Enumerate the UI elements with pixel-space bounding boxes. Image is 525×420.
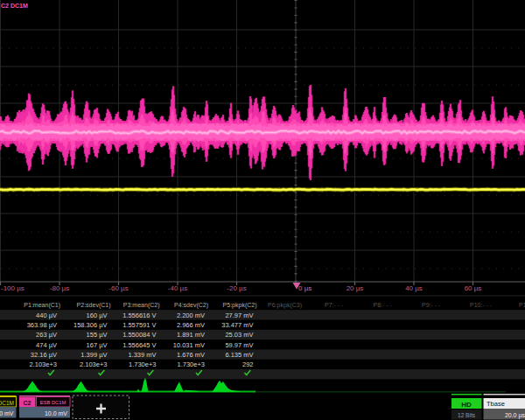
svg-text:1.550084 V: 1.550084 V: [122, 331, 156, 339]
svg-text:2.966 mV: 2.966 mV: [177, 321, 205, 329]
svg-text:40 µs: 40 µs: [405, 284, 423, 292]
svg-text:20 µs: 20 µs: [346, 284, 364, 292]
svg-text:1.676 mV: 1.676 mV: [177, 351, 205, 359]
svg-text:-60 µs: -60 µs: [108, 284, 128, 292]
svg-text:0 mV: 0 mV: [0, 410, 14, 416]
svg-text:32.16 µV: 32.16 µV: [31, 351, 57, 359]
svg-text:1.556645 V: 1.556645 V: [122, 341, 156, 349]
svg-text:10.031 mV: 10.031 mV: [173, 341, 205, 349]
svg-text:1.557591 V: 1.557591 V: [122, 321, 156, 329]
svg-text:1.891 mV: 1.891 mV: [177, 331, 205, 339]
svg-text:P3:mean(C2): P3:mean(C2): [123, 302, 160, 309]
svg-text:10.0 mV: 10.0 mV: [45, 410, 67, 416]
svg-text:P2:sdev(C1): P2:sdev(C1): [77, 302, 111, 309]
svg-text:-20 µs: -20 µs: [227, 284, 246, 292]
svg-text:6.135 mV: 6.135 mV: [225, 351, 253, 359]
svg-text:P9:- - -: P9:- - -: [422, 302, 441, 308]
svg-text:155 µV: 155 µV: [87, 331, 108, 339]
svg-text:20.0 µs: 20.0 µs: [505, 412, 525, 419]
svg-text:474 µV: 474 µV: [36, 341, 57, 349]
svg-text:2.200 mV: 2.200 mV: [177, 312, 205, 319]
svg-text:1.730e+3: 1.730e+3: [129, 360, 157, 368]
svg-text:292: 292: [242, 360, 254, 368]
svg-text:Tbase: Tbase: [486, 400, 505, 408]
svg-text:60 µs: 60 µs: [465, 284, 482, 292]
svg-text:59.97 mV: 59.97 mV: [225, 341, 253, 349]
svg-text:363.98 µV: 363.98 µV: [27, 321, 57, 329]
svg-text:C2: C2: [24, 400, 32, 406]
svg-text:440 µV: 440 µV: [36, 312, 57, 319]
svg-text:2.103e+3: 2.103e+3: [30, 360, 58, 368]
svg-text:160 µV: 160 µV: [87, 312, 108, 319]
svg-text:-80 µs: -80 µs: [50, 284, 69, 292]
svg-text:263 µV: 263 µV: [36, 331, 57, 339]
svg-text:ESB DC1M: ESB DC1M: [40, 400, 66, 405]
svg-text:33.477 mV: 33.477 mV: [221, 321, 253, 329]
svg-text:P6:pkpk(C3): P6:pkpk(C3): [268, 302, 302, 309]
svg-text:1.339 mV: 1.339 mV: [128, 351, 156, 359]
svg-text:-100 µs: -100 µs: [1, 284, 24, 292]
svg-text:2.103e+3: 2.103e+3: [80, 360, 108, 368]
svg-text:C2 DC1M: C2 DC1M: [1, 3, 28, 9]
svg-text:1.730e+3: 1.730e+3: [178, 360, 206, 368]
svg-text:158.306 µV: 158.306 µV: [74, 321, 108, 329]
svg-text:P8:- - -: P8:- - -: [374, 302, 393, 308]
svg-text:P7:- - -: P7:- - -: [325, 302, 344, 308]
svg-text:P1:mean(C1): P1:mean(C1): [24, 302, 60, 309]
svg-text:0 µs: 0 µs: [298, 284, 312, 292]
svg-text:-40 µs: -40 µs: [168, 284, 187, 292]
svg-text:P10:- - -: P10:- - -: [470, 302, 493, 308]
svg-text:1.399 µV: 1.399 µV: [80, 351, 107, 359]
svg-text:DC1M: DC1M: [0, 400, 14, 406]
svg-text:12 Bits: 12 Bits: [458, 412, 476, 418]
svg-text:167 µV: 167 µV: [87, 341, 108, 349]
svg-text:P4:sdev(C2): P4:sdev(C2): [174, 302, 208, 309]
svg-text:P5:pkpk(C2): P5:pkpk(C2): [223, 302, 257, 309]
svg-text:1.556616 V: 1.556616 V: [122, 312, 156, 319]
svg-text:HD: HD: [461, 401, 472, 409]
svg-text:27.97 mV: 27.97 mV: [225, 312, 253, 319]
svg-text:P11- - -: P11- - -: [519, 302, 525, 308]
svg-text:25.03 mV: 25.03 mV: [225, 331, 253, 339]
